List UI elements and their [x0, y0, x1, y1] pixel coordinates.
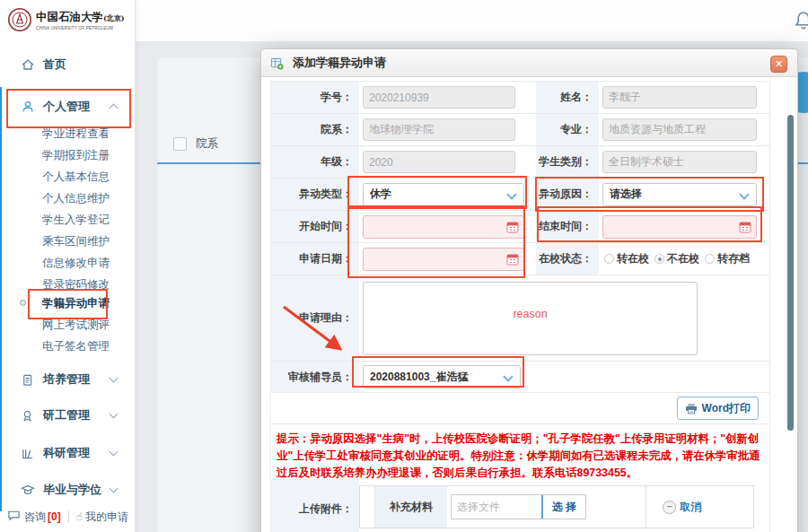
change-reason-select[interactable]: 请选择: [602, 183, 757, 206]
home-icon: [20, 57, 35, 73]
consult-count-badge: [0]: [48, 510, 61, 523]
notification-bell-icon[interactable]: [794, 10, 808, 31]
form-row-change-type-reason: 异动类型： 休学 异动原因： 请选择: [271, 179, 769, 211]
college-label: 院系：: [271, 114, 359, 145]
document-icon: [20, 372, 35, 388]
footer-divider: [68, 510, 69, 523]
sidebar-subitem-online-exam[interactable]: 网上考试测评: [42, 316, 110, 334]
university-name-campus: (北京): [103, 13, 125, 22]
add-table-icon: [270, 57, 284, 70]
sidebar-subitem-info-maint[interactable]: 个人信息维护: [42, 189, 110, 207]
chevron-down-icon: [110, 374, 119, 383]
sidebar-item-personal-mgmt[interactable]: 个人管理: [0, 95, 135, 118]
sidebar-subitem-register[interactable]: 学期报到注册: [42, 146, 110, 164]
form-row-start-end: 开始时间： 结束时间：: [271, 211, 769, 243]
modal-title: 添加学籍异动申请: [293, 55, 386, 71]
scrollbar-thumb[interactable]: [787, 115, 794, 431]
sidebar-subitem-password[interactable]: 登录密码修改: [42, 275, 110, 293]
my-applications-link[interactable]: 我的申请: [85, 510, 128, 525]
sidebar-subitem-train-zone[interactable]: 乘车区间维护: [42, 232, 110, 250]
sidebar-subitem-esignature[interactable]: 电子签名管理: [42, 337, 110, 355]
form-row-date-status: 申请日期： 在校状态： 转在校 不在校 转存档: [271, 243, 769, 275]
top-header-bar: [135, 0, 808, 41]
apply-reason-textarea[interactable]: reason: [363, 282, 698, 355]
sidebar-item-label: 毕业与学位: [43, 482, 101, 498]
cancel-upload-button[interactable]: − 取消: [663, 500, 701, 515]
university-name-en: CHINA UNIVERSITY OF PETROLEUM: [36, 26, 125, 31]
upload-label: 上传附件：: [271, 479, 359, 532]
form-row-print: Word打印: [271, 393, 769, 424]
upload-divider: [646, 486, 646, 528]
apply-date-label: 申请日期：: [271, 243, 359, 275]
radio-icon: [705, 254, 715, 264]
sidebar-subitem-enroll[interactable]: 学生入学登记: [42, 211, 110, 229]
printer-icon: [685, 403, 698, 414]
hand-icon: ☝: [76, 510, 83, 523]
chevron-up-icon: [110, 104, 119, 113]
college-column-header: 院系: [196, 136, 218, 152]
sidebar-item-label: 培养管理: [43, 371, 90, 388]
file-name-input[interactable]: [452, 496, 541, 518]
university-emblem-icon: [7, 7, 32, 32]
choose-file-button[interactable]: 选 择: [541, 495, 585, 519]
sidebar-subitem-info-change[interactable]: 信息修改申请: [42, 254, 110, 272]
upload-area: 补充材料 选 择 − 取消 + 新增: [359, 479, 769, 532]
start-time-label: 开始时间：: [271, 211, 359, 242]
calendar-icon: [506, 221, 519, 236]
form-row-notice: 提示：异动原因选择"生病"时，上传校医院诊断证明；"孔子学院任教"上传录用证明材…: [271, 424, 769, 479]
calendar-icon: [739, 221, 751, 236]
chevron-down-icon: [110, 410, 119, 419]
student-id-label: 学号：: [271, 82, 359, 113]
counselor-label: 审核辅导员：: [271, 362, 359, 392]
sidebar-item-label: 科研管理: [43, 445, 90, 461]
college-field: 地球物理学院: [363, 118, 515, 141]
radio-off-campus[interactable]: 不在校: [654, 251, 699, 266]
books-icon: [20, 446, 35, 461]
notice-text: 提示：异动原因选择"生病"时，上传校医院诊断证明；"孔子学院任教"上传录用证明材…: [271, 424, 769, 482]
end-time-input[interactable]: [602, 215, 757, 239]
person-icon: [20, 100, 35, 115]
chevron-down-icon: [110, 448, 119, 457]
material-label: 补充材料: [374, 486, 447, 528]
word-print-button[interactable]: Word打印: [677, 397, 759, 420]
start-time-input[interactable]: [363, 215, 524, 239]
select-all-checkbox[interactable]: [173, 137, 187, 151]
radio-selected-icon: [654, 254, 664, 264]
radio-icon: [604, 254, 614, 264]
modal-close-button[interactable]: ✕: [770, 56, 787, 73]
apply-reason-label: 申请理由：: [271, 275, 359, 361]
sidebar-subitem-progress[interactable]: 学业进程查看: [42, 125, 110, 143]
form-row-college-major: 院系： 地球物理学院 专业： 地质资源与地质工程: [271, 114, 769, 146]
apply-date-input[interactable]: [363, 248, 524, 271]
sidebar-item-training-mgmt[interactable]: 培养管理: [0, 368, 135, 391]
sidebar-item-home[interactable]: 首页: [0, 53, 135, 76]
form-row-upload: 上传附件： 补充材料 选 择 − 取消: [271, 479, 769, 532]
active-item-dot: [20, 300, 26, 306]
sidebar-item-label: 个人管理: [43, 99, 90, 115]
minus-circle-icon: −: [663, 501, 676, 514]
counselor-select[interactable]: 2020881003_崔浩猛: [363, 365, 521, 388]
student-type-field: 全日制学术硕士: [602, 151, 757, 173]
sidebar-item-label: 研工管理: [43, 407, 90, 423]
sidebar-subitem-basic-info[interactable]: 个人基本信息: [42, 168, 110, 186]
sidebar: 中国石油大学(北京) CHINA UNIVERSITY OF PETROLEUM…: [0, 0, 136, 532]
radio-archive[interactable]: 转存档: [705, 251, 750, 266]
chat-bubble-icon: [7, 509, 22, 525]
radio-on-campus[interactable]: 转在校: [604, 251, 649, 266]
sidebar-subitem-status-change[interactable]: 学籍异动申请: [42, 294, 110, 312]
calendar-icon: [506, 253, 519, 268]
sidebar-item-graduation-degree[interactable]: 毕业与学位: [0, 478, 135, 501]
consult-link[interactable]: 咨询: [24, 510, 46, 525]
form-table: 学号： 2020210939 姓名： 李靓子 院系： 地球物理学院 专业： 地质…: [270, 81, 770, 532]
chevron-down-icon: [506, 189, 516, 199]
sidebar-item-label: 首页: [43, 57, 66, 73]
close-icon: ✕: [775, 59, 783, 69]
file-picker: 选 择: [451, 494, 586, 519]
change-type-select[interactable]: 休学: [363, 183, 524, 206]
university-name-cn: 中国石油大学: [36, 10, 103, 23]
end-time-label: 结束时间：: [536, 211, 599, 242]
student-type-label: 学生类别：: [536, 146, 599, 178]
sidebar-item-graduate-work-mgmt[interactable]: 研工管理: [0, 404, 135, 427]
major-field: 地质资源与地质工程: [602, 118, 757, 141]
sidebar-item-research-mgmt[interactable]: 科研管理: [0, 441, 135, 465]
